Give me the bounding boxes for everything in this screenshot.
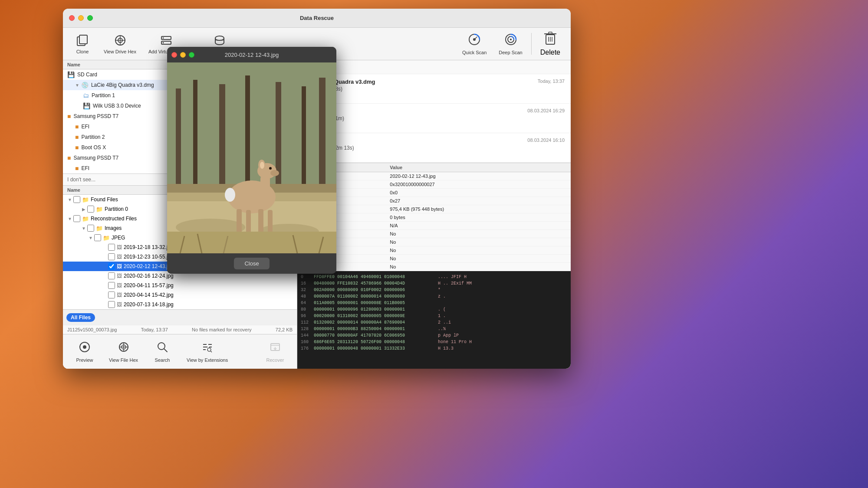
minimize-button[interactable] bbox=[78, 15, 84, 21]
bottom-bar: Preview All Files bbox=[63, 309, 297, 325]
recover-icon bbox=[269, 341, 281, 356]
quick-scan-button[interactable]: Quick Scan bbox=[456, 30, 493, 58]
jpg-file-icon: 🖼 bbox=[117, 301, 122, 308]
reconstructed-checkbox[interactable] bbox=[73, 215, 80, 222]
prop-header: Property Value bbox=[297, 163, 571, 172]
toggle-found-files[interactable]: ▼ bbox=[66, 196, 73, 203]
jpg-file-icon: 🖼 bbox=[117, 244, 122, 250]
sd-card-icon: 💾 bbox=[67, 71, 75, 78]
jpg-file-icon: 🖼 bbox=[117, 292, 122, 298]
file-checkbox[interactable] bbox=[108, 272, 115, 279]
list-item[interactable]: 🖼 2020-04-14 15-42.jpg bbox=[63, 290, 297, 300]
view-drive-hex-icon bbox=[113, 33, 127, 47]
file-checkbox[interactable] bbox=[108, 291, 115, 298]
toggle-partition0[interactable]: ▶ bbox=[80, 206, 87, 213]
file-name: 2020-04-11 15-57.jpg bbox=[124, 282, 295, 288]
efi2-icon: ■ bbox=[75, 165, 79, 172]
jpg-file-icon: 🖼 bbox=[117, 254, 122, 260]
toggle-jpeg[interactable]: ▼ bbox=[87, 234, 94, 241]
jpeg-checkbox[interactable] bbox=[94, 234, 101, 241]
file-checkbox[interactable] bbox=[108, 244, 115, 251]
maximize-button[interactable] bbox=[87, 15, 93, 21]
scan-item-sub: Deep Scan (12m 13s) bbox=[303, 145, 565, 151]
scan-item-header: hfs 08.03.2024 16:10 bbox=[303, 138, 565, 144]
prop-row: ID 0x27 bbox=[297, 197, 571, 205]
prop-val: 2020-02-12 12-43.jpg bbox=[390, 174, 566, 179]
hex-row: 32 002A0000 00080009 010F0002 00000006 * bbox=[301, 287, 567, 293]
toggle-images[interactable]: ▼ bbox=[80, 225, 87, 232]
popup-minimize-button[interactable] bbox=[180, 52, 186, 58]
scan-item[interactable]: apfs 08.03.2024 16:29 Deep Scan (11m) No… bbox=[297, 104, 571, 133]
file-name: 2020-04-14 15-42.jpg bbox=[124, 292, 295, 298]
toggle-reconstructed[interactable]: ▼ bbox=[66, 215, 73, 222]
svg-point-66 bbox=[225, 188, 235, 202]
images-checkbox[interactable] bbox=[87, 225, 94, 232]
file-checkbox[interactable] bbox=[108, 253, 115, 260]
file-checkbox[interactable] bbox=[108, 282, 115, 289]
all-files-button[interactable]: All Files bbox=[66, 313, 95, 322]
scan-item-date: Today, 13:37 bbox=[538, 79, 565, 84]
footer-filedate: Today, 13:37 bbox=[141, 327, 168, 332]
list-item[interactable]: 🖼 2020-07-13 14-18.jpg bbox=[63, 300, 297, 309]
folder-icon: 📁 bbox=[82, 216, 89, 222]
view-drive-hex-button[interactable]: View Drive Hex bbox=[98, 31, 142, 57]
prop-row: iNode Ref 0x0 bbox=[297, 189, 571, 197]
set-drive-params-icon bbox=[213, 33, 227, 47]
view-by-extensions-button[interactable]: View by Extensions bbox=[180, 337, 235, 366]
svg-point-58 bbox=[270, 170, 279, 176]
clone-button[interactable]: Clone bbox=[67, 31, 98, 57]
preview-button[interactable]: Preview bbox=[67, 337, 102, 366]
file-info-bar: J1125v1500_00073.jpg Today, 13:37 No fil… bbox=[63, 325, 297, 334]
hex-row: 176 00000001 00000048 00000001 31332E33 … bbox=[301, 345, 567, 352]
prop-row: Data Size 975,4 KB (975 448 bytes) bbox=[297, 205, 571, 213]
jpeg-folder-icon: 📁 bbox=[103, 235, 110, 241]
scan-panel-header: Scan bbox=[297, 60, 571, 74]
bottom-toolbar: Preview View File Hex bbox=[63, 334, 297, 369]
scan-item[interactable]: LaCie 4Big Quadra v3.dmg Today, 13:37 De… bbox=[297, 74, 571, 104]
properties-panel: Property Value Name 2020-02-12 12-43.jpg… bbox=[297, 163, 571, 271]
svg-rect-67 bbox=[167, 232, 336, 253]
jpg-file-icon: 🖼 bbox=[117, 263, 122, 269]
popup-titlebar: 2020-02-12 12-43.jpg bbox=[167, 47, 336, 62]
scan-item[interactable]: hfs 08.03.2024 16:10 Deep Scan (12m 13s)… bbox=[297, 133, 571, 163]
file-checkbox[interactable] bbox=[108, 263, 115, 270]
hex-row: 80 00000001 00000096 01280003 00000001 .… bbox=[301, 306, 567, 313]
file-checkbox[interactable] bbox=[108, 301, 115, 308]
search-button[interactable]: Search bbox=[145, 337, 180, 366]
hex-row: 48 0000007A 01100002 00000014 00000080 z… bbox=[301, 293, 567, 300]
list-item[interactable]: 🖼 2020-04-11 15-57.jpg bbox=[63, 281, 297, 290]
hex-viewer[interactable]: 0 FFD8FFE0 00104A46 49460001 01000048 ..… bbox=[297, 271, 571, 369]
hex-row: 16 00480000 FFE10832 45786966 00004D4D H… bbox=[301, 280, 567, 287]
deep-scan-button[interactable]: Deep Scan bbox=[493, 30, 528, 58]
prop-val: 0x27 bbox=[390, 198, 566, 203]
scan-item-header: LaCie 4Big Quadra v3.dmg Today, 13:37 bbox=[303, 79, 565, 85]
view-file-hex-button[interactable]: View File Hex bbox=[102, 337, 145, 366]
images-folder-icon: 📁 bbox=[96, 225, 103, 232]
search-icon bbox=[156, 341, 168, 356]
footer-filesize: 72,2 KB bbox=[276, 327, 293, 332]
partition0-checkbox[interactable] bbox=[87, 206, 94, 213]
recover-button[interactable]: Recover bbox=[258, 337, 293, 366]
close-button[interactable] bbox=[69, 15, 75, 21]
popup-close-btn[interactable]: Close bbox=[234, 258, 269, 269]
empty-toggle bbox=[101, 244, 108, 251]
delete-button[interactable]: Delete bbox=[534, 29, 566, 59]
found-files-checkbox[interactable] bbox=[73, 196, 80, 203]
prop-val: No bbox=[390, 256, 566, 261]
svg-point-8 bbox=[163, 37, 164, 39]
title-bar: Data Rescue bbox=[63, 9, 571, 28]
popup-maximize-button[interactable] bbox=[189, 52, 194, 58]
prop-row: Deleted? No bbox=[297, 238, 571, 246]
svg-rect-56 bbox=[260, 175, 270, 199]
scan-list: Scan LaCie 4Big Quadra v3.dmg Today, 13:… bbox=[297, 60, 571, 163]
preview-icon bbox=[79, 341, 91, 356]
dont-see-text: I don't see... bbox=[67, 177, 95, 183]
footer-filename: J1125v1500_00073.jpg bbox=[67, 327, 117, 332]
svg-point-61 bbox=[260, 162, 264, 169]
hex-row: 96 00020000 01310002 00000005 0000009E 1… bbox=[301, 313, 567, 319]
delete-icon bbox=[544, 31, 556, 47]
preview-label: Preview bbox=[76, 357, 93, 363]
popup-close-button[interactable] bbox=[171, 52, 177, 58]
deer-image-svg bbox=[167, 62, 336, 253]
window-title: Data Rescue bbox=[300, 15, 334, 21]
